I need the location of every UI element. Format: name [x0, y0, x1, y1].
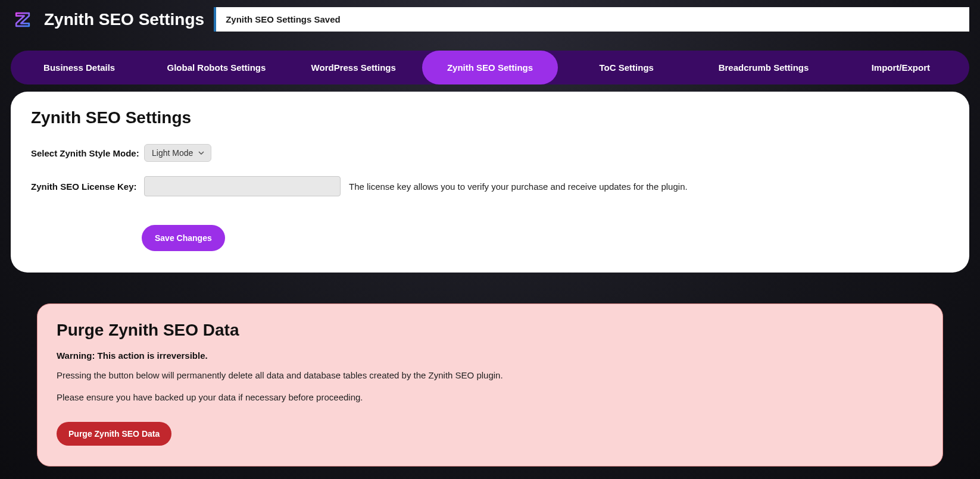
style-mode-row: Select Zynith Style Mode: Light Mode	[31, 144, 949, 162]
tab-wordpress-settings[interactable]: WordPress Settings	[285, 51, 422, 84]
tabs-container: Business Details Global Robots Settings …	[11, 51, 969, 84]
license-key-input[interactable]	[144, 176, 341, 196]
page-title: Zynith SEO Settings	[44, 10, 204, 29]
chevron-down-icon	[198, 149, 205, 156]
purge-title: Purge Zynith SEO Data	[57, 321, 923, 340]
style-mode-value: Light Mode	[152, 148, 193, 158]
purge-text-1: Pressing the button below will permanent…	[57, 369, 923, 383]
tab-import-export[interactable]: Import/Export	[832, 51, 969, 84]
save-button[interactable]: Save Changes	[142, 225, 225, 251]
notification-bar: Zynith SEO Settings Saved	[214, 7, 969, 32]
purge-warning: Warning: This action is irreversible.	[57, 350, 923, 361]
header-bar: Zynith SEO Settings Zynith SEO Settings …	[0, 0, 980, 39]
settings-title: Zynith SEO Settings	[31, 108, 949, 127]
logo-icon	[11, 8, 35, 32]
license-key-label: Zynith SEO License Key:	[31, 181, 144, 192]
tab-business-details[interactable]: Business Details	[11, 51, 148, 84]
tab-breadcrumb-settings[interactable]: Breadcrumb Settings	[695, 51, 832, 84]
purge-text-2: Please ensure you have backed up your da…	[57, 391, 923, 405]
tab-global-robots[interactable]: Global Robots Settings	[148, 51, 285, 84]
settings-card: Zynith SEO Settings Select Zynith Style …	[11, 92, 969, 273]
purge-card: Purge Zynith SEO Data Warning: This acti…	[37, 303, 943, 467]
style-mode-select[interactable]: Light Mode	[144, 144, 211, 162]
style-mode-label: Select Zynith Style Mode:	[31, 148, 144, 158]
tab-toc-settings[interactable]: ToC Settings	[558, 51, 695, 84]
license-key-help: The license key allows you to verify you…	[349, 181, 688, 192]
purge-button[interactable]: Purge Zynith SEO Data	[57, 422, 171, 446]
main-container: Zynith SEO Settings Zynith SEO Settings …	[0, 0, 980, 479]
license-key-row: Zynith SEO License Key: The license key …	[31, 176, 949, 196]
tab-zynith-seo-settings[interactable]: Zynith SEO Settings	[422, 51, 558, 84]
